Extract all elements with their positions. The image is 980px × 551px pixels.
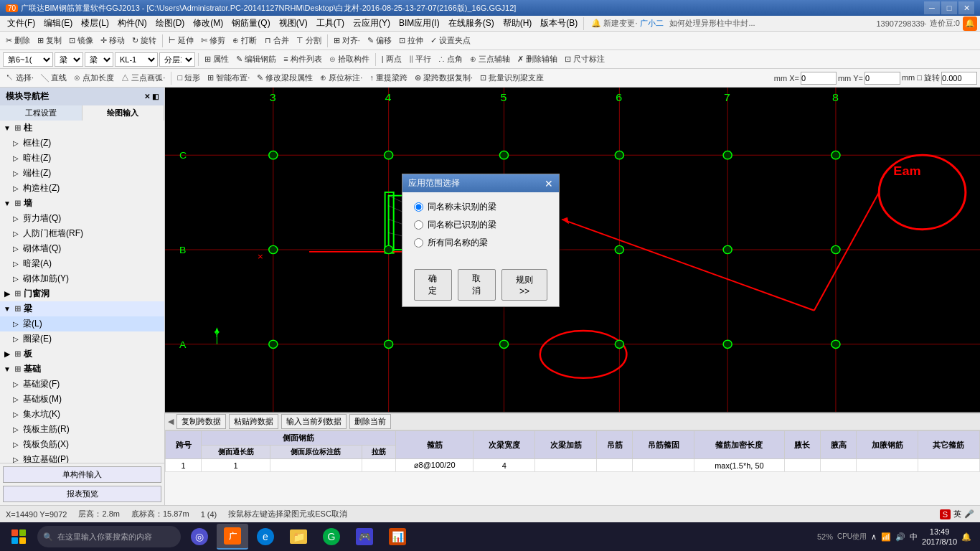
- tree-item-raft-neg[interactable]: ▷ 筏板负筋(X): [0, 437, 164, 452]
- notif-new-change[interactable]: 🔔 新建变更·: [591, 18, 637, 29]
- btn-merge[interactable]: ⊓ 合并: [262, 33, 292, 49]
- btn-two-point[interactable]: | 两点: [379, 52, 405, 67]
- taskbar-app-main[interactable]: 广: [217, 524, 248, 550]
- radio-all-input[interactable]: [414, 238, 423, 248]
- tree-item-end-col[interactable]: ▷ 端柱(Z): [0, 166, 164, 181]
- tray-chevron-icon[interactable]: ∧: [871, 532, 877, 542]
- btn-select[interactable]: ↖ 选择·: [3, 70, 37, 86]
- tray-input-icon[interactable]: 中: [910, 532, 918, 542]
- type-selector2[interactable]: 梁: [85, 52, 113, 67]
- tree-item-foundation[interactable]: ▼ ⊞ 基础: [0, 362, 164, 377]
- radio-recognized[interactable]: 同名称已识别的梁: [414, 219, 547, 231]
- mic-icon[interactable]: 🎤: [964, 509, 974, 519]
- taskbar-search[interactable]: 🔍 在这里输入你要搜索的内容: [37, 526, 181, 547]
- menu-edit[interactable]: 编辑(E): [39, 16, 77, 31]
- btn-move[interactable]: ✛ 移动: [98, 33, 128, 49]
- taskbar-app-file[interactable]: 📁: [283, 524, 314, 550]
- canvas-main[interactable]: 3 4 5 6 7 8 C B A Y: [165, 88, 980, 412]
- tray-time-area[interactable]: 13:49 2017/8/10: [922, 527, 957, 547]
- tray-network-icon[interactable]: 📶: [881, 532, 891, 542]
- dialog-rules-button[interactable]: 规则>>: [501, 269, 547, 301]
- menu-file[interactable]: 文件(F): [3, 16, 39, 31]
- btn-re-beam[interactable]: ↑ 重提梁跨: [367, 70, 410, 86]
- maximize-button[interactable]: □: [941, 1, 957, 14]
- radio-recognized-input[interactable]: [414, 220, 423, 230]
- menu-component[interactable]: 构件(N): [113, 16, 151, 31]
- btn-copy-span[interactable]: ⊛ 梁跨数据复制·: [412, 70, 476, 86]
- btn-extend[interactable]: ⊢ 延伸: [166, 33, 197, 49]
- radio-unrecognized[interactable]: 同名称未识别的梁: [414, 201, 547, 213]
- radio-unrecognized-input[interactable]: [414, 202, 423, 212]
- tree-item-block-wall[interactable]: ▷ 砌体墙(Q): [0, 241, 164, 256]
- btn-offset[interactable]: ✎ 偏移: [364, 33, 395, 49]
- tree-item-dark-col[interactable]: ▷ 暗柱(Z): [0, 151, 164, 166]
- taskbar-app-cortana[interactable]: ◎: [184, 524, 215, 550]
- layer-selector[interactable]: 分层1: [159, 52, 195, 67]
- taskbar-app-green[interactable]: G: [316, 524, 347, 550]
- tab-project-settings[interactable]: 工程设置: [0, 105, 83, 121]
- dialog-title[interactable]: 应用范围选择 ✕: [402, 174, 559, 192]
- dialog-close-button[interactable]: ✕: [545, 179, 553, 189]
- start-button[interactable]: [3, 524, 34, 550]
- tree-item-dark-beam[interactable]: ▷ 暗梁(A): [0, 256, 164, 271]
- tree-item-raft-main[interactable]: ▷ 筏板主筋(R): [0, 422, 164, 437]
- toggle-column[interactable]: ▼: [3, 124, 11, 132]
- tray-notif-icon[interactable]: 🔔: [961, 532, 971, 542]
- btn-parallel[interactable]: ∥ 平行: [406, 52, 434, 67]
- btn-rotate[interactable]: ↻ 旋转: [129, 33, 159, 49]
- btn-three-aux[interactable]: ⊕ 三点辅轴: [467, 52, 513, 67]
- tree-item-ring-beam[interactable]: ▷ 圈梁(E): [0, 331, 164, 347]
- btn-single-component[interactable]: 单构件输入: [3, 466, 161, 483]
- btn-align[interactable]: ⊞ 对齐·: [331, 33, 363, 49]
- floor-selector[interactable]: 第6~1(: [3, 52, 53, 67]
- btn-del-current[interactable]: 删除当前: [349, 414, 391, 429]
- tree-item-column[interactable]: ▼ ⊞ 柱: [0, 121, 164, 136]
- taskbar-app-game[interactable]: 🎮: [349, 524, 380, 550]
- scroll-left-icon[interactable]: ◀: [168, 417, 174, 426]
- btn-identify-support[interactable]: ⊡ 批量识别梁支座: [477, 70, 547, 86]
- menu-online[interactable]: 在线服务(S): [444, 16, 499, 31]
- btn-rect[interactable]: □ 短形: [174, 70, 203, 86]
- type-selector1[interactable]: 梁: [55, 52, 83, 67]
- tree-item-shear-wall[interactable]: ▷ 剪力墙(Q): [0, 211, 164, 226]
- tree-item-beam[interactable]: ▼ ⊞ 梁: [0, 301, 164, 316]
- ime-icon[interactable]: S: [940, 509, 951, 519]
- tree-item-door-window[interactable]: ▶ ⊞ 门窗洞: [0, 286, 164, 301]
- btn-property[interactable]: ⊞ 属性: [202, 52, 232, 67]
- btn-component-list[interactable]: ≡ 构件列表: [281, 52, 324, 67]
- menu-draw[interactable]: 绘图(D): [151, 16, 189, 31]
- btn-original-annot[interactable]: ⊕ 原位标注·: [317, 70, 365, 86]
- tab-draw-input[interactable]: 绘图输入: [83, 105, 165, 121]
- btn-del-aux[interactable]: ✗ 删除辅轴: [514, 52, 560, 67]
- tree-item-wall[interactable]: ▼ ⊞ 墙: [0, 196, 164, 211]
- rotate-input[interactable]: [941, 72, 977, 85]
- dialog-cancel-button[interactable]: 取消: [458, 269, 496, 301]
- tree-item-found-slab[interactable]: ▷ 基础板(M): [0, 392, 164, 407]
- btn-mirror[interactable]: ⊡ 镜像: [66, 33, 96, 49]
- btn-pick[interactable]: ⊙ 拾取构件: [326, 52, 372, 67]
- tree-item-ind-found[interactable]: ▷ 独立基础(P): [0, 452, 164, 463]
- menu-cloud[interactable]: 云应用(Y): [349, 16, 395, 31]
- sidebar-close-icon[interactable]: ✕ ◧: [144, 93, 159, 100]
- tree-item-struct-col[interactable]: ▷ 构造柱(Z): [0, 181, 164, 196]
- tree-item-block-rebar[interactable]: ▷ 砌体加筋(Y): [0, 271, 164, 286]
- menu-rebar[interactable]: 钢筋量(Q): [227, 16, 274, 31]
- minimize-button[interactable]: ─: [924, 1, 940, 14]
- tree-item-liang[interactable]: ▷ 梁(L): [0, 316, 164, 331]
- btn-point-len[interactable]: ⊙ 点加长度: [71, 70, 117, 86]
- btn-report-preview[interactable]: 报表预览: [3, 486, 161, 502]
- btn-input-col-data[interactable]: 输入当前列数据: [281, 414, 347, 429]
- coord-x-input[interactable]: [801, 72, 837, 85]
- btn-split[interactable]: ⊤ 分割: [293, 33, 324, 49]
- dialog-confirm-button[interactable]: 确定: [414, 269, 452, 301]
- close-button[interactable]: ✕: [958, 1, 974, 14]
- menu-version[interactable]: 版本号(B): [536, 16, 582, 31]
- btn-stretch[interactable]: ⊡ 拉伸: [396, 33, 426, 49]
- menu-bim[interactable]: BIM应用(I): [395, 16, 444, 31]
- name-selector[interactable]: KL-1: [115, 52, 158, 67]
- tree-item-pit[interactable]: ▷ 集水坑(K): [0, 407, 164, 422]
- menu-view[interactable]: 视图(V): [275, 16, 312, 31]
- coord-y-input[interactable]: [864, 72, 900, 85]
- btn-copy[interactable]: ⊞ 复制: [34, 33, 65, 49]
- radio-all[interactable]: 所有同名称的梁: [414, 237, 547, 249]
